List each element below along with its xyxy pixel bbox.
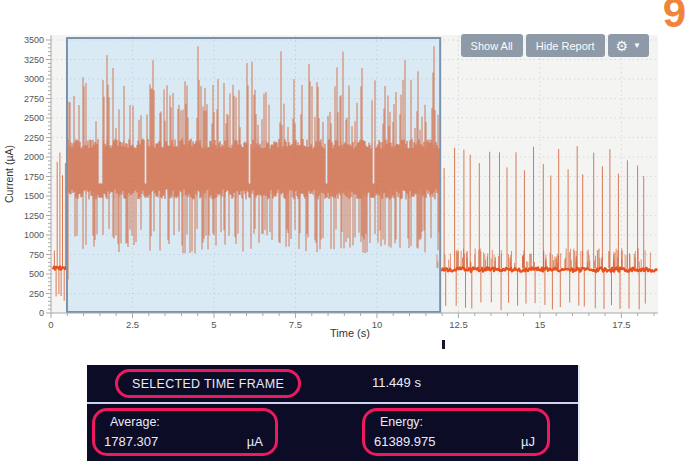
x-tick-label: 10: [372, 319, 383, 330]
y-tick-label: 1000: [24, 230, 44, 240]
gear-icon: ⚙: [616, 39, 629, 53]
annotation-step-number: 9: [663, 0, 686, 34]
x-axis-title: Time (s): [330, 327, 370, 339]
selected-time-frame-value: 11.449 s: [372, 375, 421, 390]
y-tick-label: 1750: [24, 172, 44, 182]
chart-toolbar: Show All Hide Report ⚙ ▼: [461, 34, 649, 57]
average-highlight: Average: 1787.307 µA: [92, 408, 278, 456]
current-chart-region: 0250500750100012501500175020002250250027…: [0, 0, 690, 360]
report-metrics-row: Average: 1787.307 µA Energy: 61389.975 µ…: [87, 402, 578, 461]
energy-unit: µJ: [521, 434, 535, 449]
selected-time-frame-row: SELECTED TIME FRAME 11.449 s: [87, 365, 578, 402]
energy-label: Energy:: [380, 415, 535, 429]
y-tick-label: 1250: [24, 211, 44, 221]
x-tick-label: 2.5: [126, 319, 139, 330]
chevron-down-icon: ▼: [633, 42, 641, 50]
average-unit: µA: [247, 434, 263, 449]
y-tick-label: 750: [29, 250, 44, 260]
hide-report-button[interactable]: Hide Report: [526, 34, 605, 57]
x-tick-label: 12.5: [449, 319, 468, 330]
show-all-button[interactable]: Show All: [461, 34, 523, 57]
x-tick-label: 17.5: [612, 319, 631, 330]
x-tick-label: 5: [211, 319, 216, 330]
y-tick-label: 500: [29, 269, 44, 279]
selection-report-panel: SELECTED TIME FRAME 11.449 s Average: 17…: [87, 365, 580, 461]
time-cursor-mark: [442, 340, 445, 349]
power-profiler-window: 0250500750100012501500175020002250250027…: [0, 0, 690, 472]
y-tick-label: 250: [29, 289, 44, 299]
y-axis-title: Current (µA): [3, 145, 15, 203]
selected-time-frame-label: SELECTED TIME FRAME: [132, 377, 284, 391]
y-tick-label: 2750: [24, 94, 44, 104]
y-tick-label: 2250: [24, 133, 44, 143]
average-label: Average:: [110, 415, 263, 429]
y-tick-label: 2000: [24, 152, 44, 162]
energy-value: 61389.975: [374, 434, 435, 449]
y-tick-label: 3500: [24, 35, 44, 45]
x-tick-label: 0: [48, 319, 53, 330]
y-tick-label: 3250: [24, 55, 44, 65]
y-tick-label: 0: [39, 308, 44, 318]
settings-button[interactable]: ⚙ ▼: [608, 34, 649, 57]
selected-time-frame-highlight: SELECTED TIME FRAME: [115, 369, 301, 398]
y-tick-label: 1500: [24, 191, 44, 201]
average-value: 1787.307: [104, 434, 158, 449]
x-tick-label: 15: [535, 319, 546, 330]
energy-highlight: Energy: 61389.975 µJ: [362, 408, 550, 456]
x-tick-label: 7.5: [289, 319, 302, 330]
y-tick-label: 2500: [24, 113, 44, 123]
y-tick-label: 3000: [24, 74, 44, 84]
